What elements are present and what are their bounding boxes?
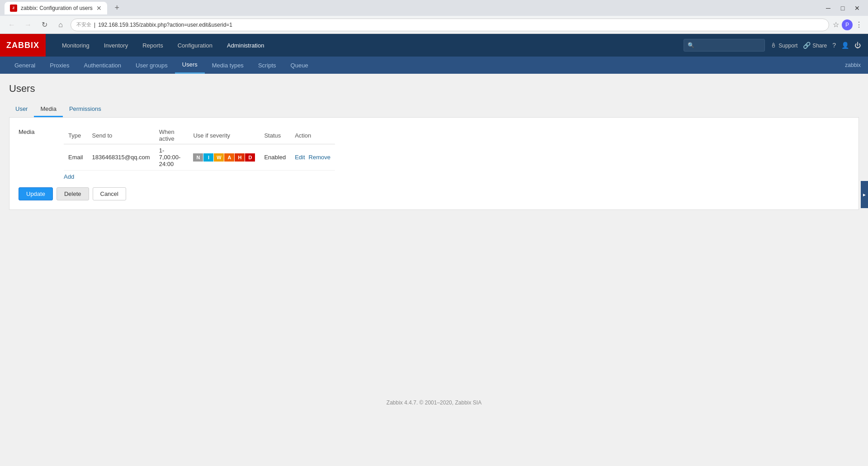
sub-nav: General Proxies Authentication User grou… [0,57,868,74]
nav-inventory[interactable]: Inventory [97,34,135,57]
nav-reports[interactable]: Reports [135,34,170,57]
refresh-button[interactable]: ↻ [38,19,51,31]
url-separator: | [94,22,95,28]
maximize-button[interactable]: □ [836,2,849,14]
media-table: Type Send to When active Use if severity… [64,127,335,171]
col-when-active: When active [155,127,189,144]
cancel-button[interactable]: Cancel [93,187,126,200]
cell-action: EditRemove [290,144,335,171]
tabs: User Media Permissions [9,102,859,117]
page-footer: Zabbix 4.4.7. © 2001–2020, Zabbix SIA [0,390,868,415]
browser-menu-icon[interactable]: ⋮ [855,20,863,29]
browser-tab-title: zabbix: Configuration of users [21,5,93,11]
page-content: Users User Media Permissions Media Type … [0,74,868,390]
media-label: Media [19,127,55,180]
browser-toolbar: ← → ↻ ⌂ 不安全 | 192.168.159.135/zabbix.php… [0,16,868,34]
col-status: Status [259,127,290,144]
subnav-authentication[interactable]: Authentication [77,57,128,74]
media-table-wrapper: Type Send to When active Use if severity… [64,127,849,180]
severity-badge-h: H [235,153,245,162]
right-sidebar-toggle[interactable]: ► [861,181,868,208]
tab-media[interactable]: Media [34,102,62,117]
search-icon: 🔍 [688,42,694,48]
severity-badge-n: N [193,153,203,162]
subnav-user-groups[interactable]: User groups [128,57,175,74]
browser-tab[interactable]: Z zabbix: Configuration of users ✕ [5,2,107,14]
user-icon[interactable]: 👤 [841,42,849,49]
support-link[interactable]: 🕯 Support [770,42,797,49]
browser-profile[interactable]: P [842,19,853,30]
edit-link[interactable]: Edit [295,154,305,161]
top-nav-right: 🔍 🕯 Support 🔗 Share ? 👤 ⏻ [684,39,861,52]
table-header-row: Type Send to When active Use if severity… [64,127,335,144]
forward-button[interactable]: → [22,19,34,31]
subnav-media-types[interactable]: Media types [205,57,251,74]
nav-monitoring[interactable]: Monitoring [55,34,97,57]
power-icon[interactable]: ⏻ [854,42,861,49]
cell-status: Enabled [259,144,290,171]
col-action: Action [290,127,335,144]
tab-permissions[interactable]: Permissions [63,102,108,117]
zabbix-logo[interactable]: ZABBIX [0,34,46,57]
browser-favicon: Z [10,5,17,12]
app: ZABBIX Monitoring Inventory Reports Conf… [0,34,868,415]
severity-badge-w: W [214,153,224,162]
browser-chrome: Z zabbix: Configuration of users ✕ + ─ □… [0,0,868,34]
share-link[interactable]: 🔗 Share [803,42,827,49]
button-row: Update Delete Cancel [19,187,849,200]
subnav-queue[interactable]: Queue [283,57,316,74]
subnav-scripts[interactable]: Scripts [251,57,283,74]
search-input[interactable]: 🔍 [684,39,765,52]
logo-text: ZABBIX [6,41,39,50]
remove-link[interactable]: Remove [309,154,330,161]
cell-type: Email [64,144,88,171]
add-media-link[interactable]: Add [64,173,74,180]
col-severity: Use if severity [189,127,259,144]
cell-when-active: 1-7,00:00-24:00 [155,144,189,171]
subnav-right-label: zabbix [845,62,861,68]
address-bar[interactable]: 不安全 | 192.168.159.135/zabbix.php?action=… [71,19,829,31]
minimize-button[interactable]: ─ [822,2,835,14]
update-button[interactable]: Update [19,187,53,200]
page-title: Users [9,83,859,95]
sidebar-toggle-icon: ► [862,192,867,197]
url-text: 192.168.159.135/zabbix.php?action=user.e… [98,22,232,28]
nav-configuration[interactable]: Configuration [170,34,220,57]
close-button[interactable]: ✕ [851,2,863,14]
subnav-proxies[interactable]: Proxies [42,57,76,74]
browser-toolbar-right: ☆ P ⋮ [833,19,863,30]
media-section: Media Type Send to When active Use if se… [19,127,849,180]
browser-new-tab[interactable]: + [111,2,123,14]
top-nav-items: Monitoring Inventory Reports Configurati… [55,34,684,57]
nav-administration[interactable]: Administration [220,34,271,57]
back-button[interactable]: ← [5,19,18,31]
tab-user[interactable]: User [9,102,34,117]
col-send-to: Send to [88,127,155,144]
help-icon[interactable]: ? [832,42,836,49]
top-nav: ZABBIX Monitoring Inventory Reports Conf… [0,34,868,57]
form-panel: Media Type Send to When active Use if se… [9,117,859,210]
severity-badge-d: D [245,153,255,162]
severity-badge-a: A [224,153,234,162]
table-row: Email1836468315@qq.com1-7,00:00-24:00NIW… [64,144,335,171]
browser-window-controls: ─ □ ✕ [822,2,863,14]
cell-severity: NIWAHD [189,144,259,171]
subnav-users[interactable]: Users [175,57,205,74]
footer-text: Zabbix 4.4.7. © 2001–2020, Zabbix SIA [387,399,481,406]
severity-badge-i: I [203,153,213,162]
home-button[interactable]: ⌂ [54,19,67,31]
cell-send-to: 1836468315@qq.com [88,144,155,171]
subnav-general[interactable]: General [7,57,42,74]
col-type: Type [64,127,88,144]
browser-titlebar: Z zabbix: Configuration of users ✕ + ─ □… [0,0,868,16]
delete-button[interactable]: Delete [57,187,89,200]
bookmark-icon[interactable]: ☆ [833,20,839,29]
security-label: 不安全 [76,21,91,28]
browser-tab-close[interactable]: ✕ [96,5,102,12]
